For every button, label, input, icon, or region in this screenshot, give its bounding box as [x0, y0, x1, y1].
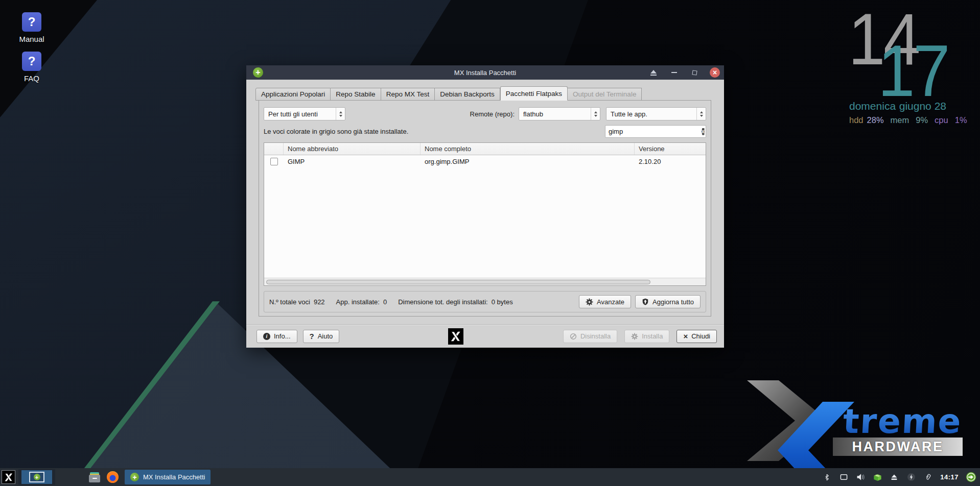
window-controls: × [648, 65, 720, 80]
shade-icon [650, 70, 657, 76]
session-icon[interactable] [965, 471, 976, 483]
task-button-mx-installer[interactable]: + MX Installa Pacchetti [125, 470, 211, 484]
bluetooth-icon[interactable] [821, 471, 832, 483]
column-header-version[interactable]: Versione [635, 143, 706, 155]
titlebar[interactable]: + MX Installa Pacchetti × [246, 65, 724, 80]
mx-x-icon [450, 330, 461, 343]
table-row[interactable]: GIMP org.gimp.GIMP 2.10.20 [264, 155, 706, 167]
mx-logo [448, 328, 463, 345]
system-tray: 14:17 [821, 471, 976, 483]
close-button-label: Chiudi [691, 332, 710, 340]
gear-icon [586, 298, 593, 306]
update-all-button-label: Aggiorna tutto [652, 298, 694, 306]
installed-size-stat: Dimensione tot. degli installati: 0 byte… [398, 298, 513, 306]
filter-row: Per tutti gli utenti Remote (repo): flat… [264, 107, 706, 120]
horizontal-scrollbar[interactable] [264, 278, 706, 285]
user-scope-select[interactable]: Per tutti gli utenti [264, 107, 345, 120]
display-icon[interactable] [838, 471, 849, 483]
firefox-icon[interactable] [107, 471, 119, 483]
column-header-full-name[interactable]: Nome completo [421, 143, 635, 155]
updater-box-icon[interactable] [872, 471, 883, 483]
spinner-arrows-icon [591, 108, 600, 120]
user-scope-value: Per tutti gli utenti [268, 110, 332, 118]
search-input[interactable] [605, 128, 702, 135]
conky-stat-value: 9% [916, 115, 928, 125]
mini-window: + [29, 472, 44, 482]
advanced-button[interactable]: Avanzate [579, 295, 631, 308]
tab-repo-stabile[interactable]: Repo Stabile [331, 88, 381, 101]
row-checkbox-cell [264, 155, 284, 167]
app-filter-select[interactable]: Tutte le app. [606, 107, 706, 120]
clipboard-icon[interactable] [922, 471, 934, 483]
conky-stat-value: 28% [867, 115, 884, 125]
advanced-button-label: Avanzate [597, 298, 624, 306]
logo-treme-text: treme [842, 402, 963, 441]
total-items-stat: N.º totale voci 922 [269, 298, 325, 306]
package-table: Nome abbreviato Nome completo Versione G… [264, 142, 706, 286]
taskbar: + + MX Installa Pacchetti [0, 468, 980, 486]
active-workspace[interactable]: + [21, 470, 52, 484]
scrollbar-thumb[interactable] [266, 280, 650, 284]
installed-apps-label: App. installate: [336, 298, 380, 306]
close-icon: × [713, 69, 717, 76]
task-button-label: MX Installa Pacchetti [143, 473, 205, 481]
info-button[interactable]: i Info... [256, 330, 297, 343]
column-header-short-name[interactable]: Nome abbreviato [284, 143, 421, 155]
tab-debian-backports[interactable]: Debian Backports [435, 88, 500, 101]
tab-bar: Applicazioni Popolari Repo Stabile Repo … [255, 86, 642, 101]
power-icon[interactable] [905, 471, 917, 483]
volume-icon[interactable] [855, 471, 866, 483]
remote-repo-label: Remote (repo): [470, 110, 515, 118]
mx-x-icon [4, 472, 13, 482]
cell-full-name: org.gimp.GIMP [421, 155, 635, 167]
installed-hint-text: Le voci colorate in grigio sono già stat… [264, 128, 408, 135]
question-mark-icon: ? [22, 12, 41, 32]
install-button[interactable]: Installa [624, 330, 669, 343]
shield-up-icon [642, 298, 649, 305]
tab-applicazioni-popolari[interactable]: Applicazioni Popolari [255, 88, 331, 101]
taskbar-clock[interactable]: 14:17 [940, 473, 959, 481]
row-checkbox[interactable] [270, 158, 278, 165]
remote-repo-select[interactable]: flathub [519, 107, 600, 120]
gear-icon [631, 333, 638, 340]
installed-apps-stat: App. installate: 0 [336, 298, 387, 306]
hint-row: Le voci colorate in grigio sono già stat… [264, 125, 706, 138]
table-header: Nome abbreviato Nome completo Versione [264, 143, 706, 155]
tab-pacchetti-flatpaks[interactable]: Pacchetti Flatpaks [500, 86, 568, 101]
install-button-label: Installa [642, 332, 663, 340]
info-icon: i [263, 333, 270, 340]
info-button-label: Info... [274, 332, 291, 340]
conky-date: domenica giugno 28 [849, 100, 946, 112]
desktop-icon-faq[interactable]: ? FAQ [11, 52, 52, 83]
close-button[interactable]: × [710, 67, 720, 78]
update-all-button[interactable]: Aggiorna tutto [635, 295, 701, 308]
footer-right-buttons: Disinstalla Installa × Chiudi [563, 330, 717, 343]
file-manager-icon[interactable] [89, 472, 100, 482]
workspace-pager[interactable]: + [18, 469, 55, 485]
conky-minutes: 17 [878, 35, 948, 107]
conky-stat-label: cpu [935, 115, 948, 125]
maximize-icon [692, 70, 697, 75]
eject-icon[interactable] [889, 471, 900, 483]
desktop-icon-manual[interactable]: ? Manual [11, 12, 52, 43]
app-filter-value: Tutte le app. [611, 110, 692, 118]
help-button[interactable]: ? Aiuto [303, 330, 340, 343]
tab-output-terminale[interactable]: Output del Terminale [568, 88, 642, 101]
clear-search-icon[interactable]: x [702, 128, 705, 135]
maximize-button[interactable] [689, 67, 699, 78]
installed-size-label: Dimensione tot. degli installati: [398, 298, 488, 306]
cell-short-name: GIMP [284, 155, 421, 167]
app-menu-button[interactable] [2, 470, 15, 484]
checkbox-column-header[interactable] [264, 143, 284, 155]
uninstall-button[interactable]: Disinstalla [563, 330, 617, 343]
minimize-button[interactable] [669, 67, 679, 78]
no-entry-icon [570, 333, 577, 340]
cell-version: 2.10.20 [635, 155, 706, 167]
tab-repo-mx-test[interactable]: Repo MX Test [381, 88, 435, 101]
search-box[interactable]: x [605, 125, 706, 138]
conky-day: giugno 28 [899, 100, 946, 112]
close-dialog-button[interactable]: × Chiudi [676, 330, 717, 343]
spinner-arrows-icon [336, 108, 345, 120]
shade-button[interactable] [648, 67, 659, 78]
app-green-plus-icon: + [130, 473, 139, 481]
